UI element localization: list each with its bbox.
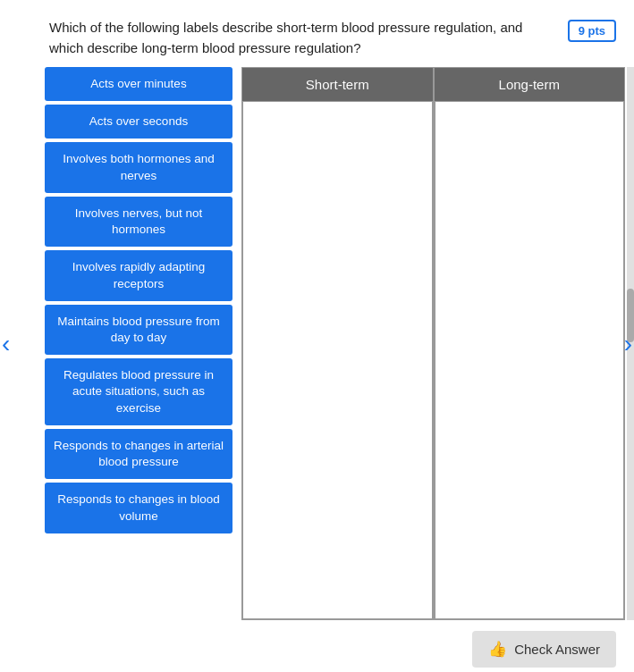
drop-zones: Short-term Long-term [241, 67, 625, 620]
left-nav-arrow[interactable]: ‹ [2, 330, 10, 358]
check-answer-area: 👍 Check Answer [0, 620, 634, 672]
short-term-header: Short-term [241, 67, 434, 102]
long-term-body[interactable] [434, 102, 626, 620]
question-area: Which of the following labels describe s… [0, 0, 634, 67]
label-5[interactable]: Involves rapidly adapting receptors [45, 250, 232, 300]
main-content: ‹ Acts over minutesActs over secondsInvo… [0, 67, 634, 620]
labels-column: Acts over minutesActs over secondsInvolv… [45, 67, 232, 533]
page-container: Which of the following labels describe s… [0, 0, 634, 672]
right-nav-arrow[interactable]: › [624, 330, 632, 358]
label-2[interactable]: Acts over seconds [45, 105, 232, 139]
label-7[interactable]: Regulates blood pressure in acute situat… [45, 358, 232, 425]
thumbs-up-icon: 👍 [488, 640, 507, 659]
label-9[interactable]: Responds to changes in blood volume [45, 483, 232, 533]
points-badge: 9 pts [568, 20, 616, 42]
short-term-body[interactable] [241, 102, 434, 620]
label-1[interactable]: Acts over minutes [45, 67, 232, 101]
label-6[interactable]: Maintains blood pressure from day to day [45, 305, 232, 355]
question-text: Which of the following labels describe s… [49, 18, 550, 58]
label-4[interactable]: Involves nerves, but not hormones [45, 197, 232, 247]
short-term-zone: Short-term [241, 67, 434, 620]
label-8[interactable]: Responds to changes in arterial blood pr… [45, 429, 232, 479]
long-term-header: Long-term [434, 67, 626, 102]
check-answer-button[interactable]: 👍 Check Answer [472, 631, 616, 668]
label-3[interactable]: Involves both hormones and nerves [45, 142, 232, 192]
long-term-zone: Long-term [434, 67, 626, 620]
check-answer-label: Check Answer [514, 642, 600, 657]
